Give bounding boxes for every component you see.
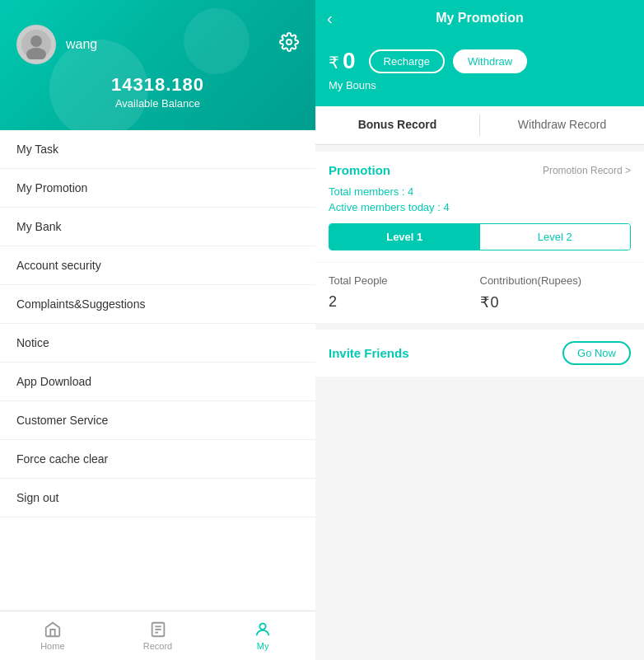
bonus-amount: ₹ 0 — [329, 48, 356, 74]
contribution-value: ₹ 0 — [480, 293, 632, 311]
my-bouns-label: My Bouns — [329, 79, 631, 91]
menu-item-customer-service[interactable]: Customer Service — [0, 401, 315, 440]
promotion-header: Promotion Promotion Record > — [329, 163, 631, 177]
data-values: 2 ₹ 0 — [329, 293, 631, 311]
total-people-label: Total People — [329, 274, 480, 287]
balance-section: 14318.180 Available Balance — [16, 74, 299, 110]
tab-bonus-record[interactable]: Bonus Record — [315, 106, 479, 144]
bonus-summary: ₹ 0 Recharge Withdraw My Bouns — [315, 36, 644, 106]
promotion-card: Promotion Promotion Record > Total membe… — [315, 152, 644, 262]
menu-list: My Task My Promotion My Bank Account sec… — [0, 130, 315, 611]
balance-label: Available Balance — [16, 97, 299, 110]
menu-item-complaints[interactable]: Complaints&Suggestions — [0, 285, 315, 324]
menu-item-my-promotion[interactable]: My Promotion — [0, 169, 315, 208]
contribution-label: Contribution(Rupees) — [480, 274, 632, 287]
menu-item-my-task[interactable]: My Task — [0, 130, 315, 169]
go-now-button[interactable]: Go Now — [562, 341, 631, 365]
total-people-value: 2 — [329, 293, 480, 311]
level-data: Total People Contribution(Rupees) 2 ₹ 0 — [315, 263, 644, 323]
right-panel: ‹ My Promotion ₹ 0 Recharge Withdraw My … — [315, 0, 644, 660]
username: wang — [66, 37, 97, 52]
profile-header: wang 14318.180 Available Balance — [0, 0, 315, 130]
left-panel: wang 14318.180 Available Balance My Task… — [0, 0, 315, 660]
level-data-headers: Total People Contribution(Rupees) — [329, 274, 631, 287]
total-members: Total members : 4 — [329, 185, 631, 198]
nav-record[interactable]: Record — [105, 611, 211, 660]
menu-item-my-bank[interactable]: My Bank — [0, 208, 315, 246]
contribution-number: 0 — [491, 294, 499, 311]
active-members: Active members today : 4 — [329, 201, 631, 213]
menu-item-app-download[interactable]: App Download — [0, 363, 315, 401]
tab-withdraw-record[interactable]: Withdraw Record — [480, 106, 644, 144]
withdraw-button[interactable]: Withdraw — [453, 49, 527, 73]
rupee-sign: ₹ — [329, 53, 339, 73]
action-buttons: Recharge Withdraw — [369, 49, 528, 73]
svg-point-1 — [30, 35, 42, 47]
menu-item-force-cache[interactable]: Force cache clear — [0, 440, 315, 479]
level-tab-1[interactable]: Level 1 — [329, 224, 480, 250]
menu-item-account-security[interactable]: Account security — [0, 246, 315, 285]
bottom-nav: Home Record My — [0, 611, 315, 660]
nav-my-label: My — [257, 641, 269, 651]
nav-my[interactable]: My — [210, 611, 315, 660]
level-tab-2[interactable]: Level 2 — [480, 224, 631, 250]
avatar — [16, 25, 56, 64]
profile-user: wang — [16, 25, 97, 64]
promotion-title: Promotion — [329, 163, 390, 177]
back-button[interactable]: ‹ — [327, 10, 333, 26]
bonus-value: 0 — [343, 48, 356, 74]
menu-item-notice[interactable]: Notice — [0, 324, 315, 363]
bonus-amount-row: ₹ 0 Recharge Withdraw — [329, 48, 631, 74]
invite-title: Invite Friends — [329, 346, 409, 360]
level-tabs: Level 1 Level 2 — [329, 223, 631, 250]
right-title: My Promotion — [436, 11, 524, 26]
nav-home[interactable]: Home — [0, 611, 105, 660]
contribution-rupee: ₹ — [480, 293, 489, 311]
nav-record-label: Record — [143, 641, 172, 651]
menu-item-sign-out[interactable]: Sign out — [0, 479, 315, 517]
nav-home-label: Home — [40, 641, 64, 651]
tabs-row: Bonus Record Withdraw Record — [315, 106, 644, 145]
settings-icon[interactable] — [279, 32, 299, 57]
right-header: ‹ My Promotion — [315, 0, 644, 36]
recharge-button[interactable]: Recharge — [369, 49, 445, 73]
svg-point-7 — [260, 624, 266, 630]
content-area: Promotion Promotion Record > Total membe… — [315, 145, 644, 660]
promotion-record-link[interactable]: Promotion Record > — [543, 165, 631, 176]
balance-amount: 14318.180 — [16, 74, 299, 96]
profile-top: wang — [16, 25, 299, 64]
invite-card: Invite Friends Go Now — [315, 330, 644, 377]
